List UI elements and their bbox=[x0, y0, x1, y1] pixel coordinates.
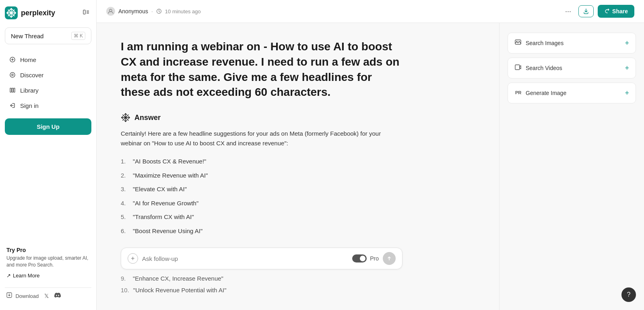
new-thread-shortcut: ⌘ K bbox=[71, 32, 85, 40]
user-info: Anonymous · 10 minutes ago bbox=[106, 7, 201, 16]
svg-point-20 bbox=[10, 72, 15, 77]
download-label: Download bbox=[15, 293, 39, 299]
svg-rect-42 bbox=[515, 65, 520, 70]
sidebar-item-home[interactable]: Home bbox=[5, 52, 91, 67]
download-link[interactable]: Download bbox=[6, 292, 39, 300]
panel-item-label: Search Videos bbox=[526, 65, 562, 71]
pro-toggle[interactable] bbox=[352, 254, 367, 262]
answer-intro: Certainly! Here are a few headline sugge… bbox=[121, 129, 402, 148]
svg-point-26 bbox=[109, 9, 112, 12]
svg-text:PRO: PRO bbox=[515, 90, 522, 95]
attach-button[interactable] bbox=[578, 5, 594, 17]
list-text: "Transform CX with AI" bbox=[133, 213, 194, 222]
panel-item-label: Generate Image bbox=[526, 90, 566, 96]
answer-ai-icon bbox=[121, 113, 130, 122]
library-icon bbox=[9, 87, 16, 94]
list-number: 10. bbox=[121, 287, 129, 293]
logo-row: perplexity bbox=[5, 6, 91, 19]
sidebar-item-library[interactable]: Library bbox=[5, 83, 91, 97]
panel-item-search-videos[interactable]: Search Videos + bbox=[508, 58, 636, 79]
list-item: 3."Elevate CX with AI" bbox=[121, 182, 402, 196]
list-number: 6. bbox=[121, 227, 129, 236]
sidebar-home-label: Home bbox=[20, 56, 36, 63]
svg-rect-13 bbox=[83, 10, 85, 14]
try-pro-box: Try Pro Upgrade for image upload, smarte… bbox=[5, 242, 91, 283]
download-icon bbox=[6, 292, 12, 298]
panel-item-generate-image[interactable]: PRO Generate Image + bbox=[508, 83, 636, 103]
svg-rect-23 bbox=[12, 88, 13, 92]
svg-rect-22 bbox=[10, 88, 11, 92]
panel-item-left: Search Images bbox=[514, 39, 564, 48]
twitter-icon[interactable]: 𝕏 bbox=[44, 293, 49, 299]
pro-label: Pro bbox=[370, 255, 379, 262]
list-item: 10."Unlock Revenue Potential with AI" bbox=[121, 284, 402, 296]
followup-add-button[interactable]: + bbox=[128, 253, 138, 264]
send-button[interactable] bbox=[383, 252, 396, 265]
more-options-button[interactable]: ··· bbox=[562, 6, 574, 17]
list-item: 6."Boost Revenue Using AI" bbox=[121, 224, 402, 238]
try-pro-description: Upgrade for image upload, smarter AI, an… bbox=[6, 255, 90, 269]
list-item: 9."Enhance CX, Increase Revenue" bbox=[121, 273, 402, 284]
discord-icon[interactable] bbox=[54, 292, 61, 300]
list-number: 3. bbox=[121, 185, 129, 194]
list-item: 5."Transform CX with AI" bbox=[121, 210, 402, 224]
share-icon bbox=[604, 8, 610, 14]
sidebar: perplexity New Thread ⌘ K Home Discover … bbox=[0, 0, 97, 310]
main-content: I am running a webinar on - How to use A… bbox=[97, 23, 499, 310]
new-thread-button[interactable]: New Thread ⌘ K bbox=[5, 27, 91, 44]
answer-list: 1."AI Boosts CX & Revenue!"2."Maximize R… bbox=[121, 155, 402, 238]
sidebar-discover-label: Discover bbox=[20, 72, 43, 79]
pro-toggle-area: Pro bbox=[352, 254, 379, 262]
sidebar-footer: Download 𝕏 bbox=[5, 287, 91, 304]
new-thread-label: New Thread bbox=[11, 33, 43, 39]
collapse-sidebar-button[interactable] bbox=[81, 7, 91, 19]
list-text: "Boost Revenue Using AI" bbox=[133, 227, 202, 236]
top-bar: Anonymous · 10 minutes ago ··· Share bbox=[97, 0, 644, 23]
panel-plus-icon: + bbox=[625, 64, 629, 72]
help-button[interactable]: ? bbox=[621, 287, 636, 302]
svg-rect-24 bbox=[14, 88, 15, 92]
question-text: I am running a webinar on - How to use A… bbox=[121, 39, 402, 100]
panel-plus-icon: + bbox=[625, 89, 629, 97]
answer-list-extra: 9."Enhance CX, Increase Revenue"10."Unlo… bbox=[121, 273, 402, 296]
learn-more-button[interactable]: ↗ Learn More bbox=[6, 273, 39, 279]
panel-item-search-images[interactable]: Search Images + bbox=[508, 33, 636, 54]
panel-item-left: PRO Generate Image bbox=[514, 89, 566, 97]
list-text: "Elevate CX with AI" bbox=[133, 185, 187, 194]
sidebar-bottom: Try Pro Upgrade for image upload, smarte… bbox=[5, 242, 91, 304]
search-images-icon bbox=[514, 39, 522, 48]
followup-container: + Pro bbox=[121, 248, 402, 269]
generate-image-icon: PRO bbox=[514, 89, 522, 97]
answer-label: Answer bbox=[134, 114, 161, 122]
app-name: perplexity bbox=[21, 9, 55, 17]
logo-area: perplexity bbox=[5, 6, 55, 19]
followup-input[interactable] bbox=[142, 255, 348, 262]
svg-point-21 bbox=[12, 74, 13, 76]
avatar bbox=[106, 7, 115, 16]
learn-more-label: Learn More bbox=[13, 273, 39, 279]
sidebar-item-discover[interactable]: Discover bbox=[5, 68, 91, 82]
sign-up-button[interactable]: Sign Up bbox=[5, 118, 91, 135]
followup-box: + Pro bbox=[121, 248, 402, 269]
list-text: "AI for Revenue Growth" bbox=[133, 199, 198, 208]
sidebar-item-signin[interactable]: Sign in bbox=[5, 98, 91, 113]
perplexity-logo-icon bbox=[5, 6, 18, 19]
list-text: "Unlock Revenue Potential with AI" bbox=[133, 287, 227, 293]
list-item: 2."Maximize Revenue with AI" bbox=[121, 169, 402, 183]
panel-item-left: Search Videos bbox=[514, 64, 562, 72]
search-videos-icon bbox=[514, 64, 522, 72]
sidebar-library-label: Library bbox=[20, 87, 39, 94]
discover-icon bbox=[9, 71, 16, 79]
home-icon bbox=[9, 56, 16, 63]
svg-point-41 bbox=[516, 41, 518, 42]
list-number: 2. bbox=[121, 171, 129, 180]
list-number: 1. bbox=[121, 157, 129, 166]
share-button[interactable]: Share bbox=[598, 5, 634, 18]
signin-icon bbox=[9, 102, 16, 109]
try-pro-title: Try Pro bbox=[6, 247, 90, 253]
send-icon bbox=[386, 256, 392, 261]
right-panel: Search Images + Search Videos + PRO Gene… bbox=[499, 23, 644, 310]
answer-header: Answer bbox=[121, 113, 402, 122]
top-bar-right: ··· Share bbox=[562, 5, 634, 18]
time-ago: 10 minutes ago bbox=[165, 8, 201, 14]
